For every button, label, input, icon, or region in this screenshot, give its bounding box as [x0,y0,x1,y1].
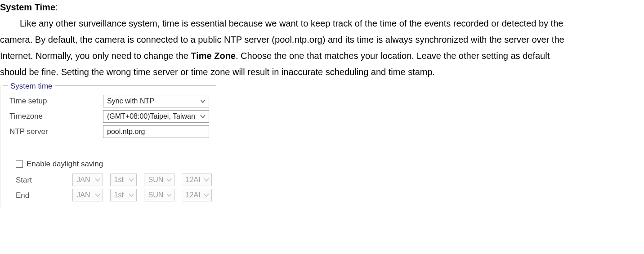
row-dst-end: End JAN 1st SUN 12AI [16,189,212,201]
select-value: 1st [114,189,124,201]
select-value: JAN [76,174,90,186]
select-time-setup[interactable]: Sync with NTP [103,95,209,107]
chevron-down-icon [128,192,134,198]
system-time-panel: System time Time setup Sync with NTP Tim… [0,85,216,207]
input-ntp-server[interactable]: pool.ntp.org [103,125,209,138]
select-value: 12AI [186,189,201,201]
chevron-down-icon [203,177,210,183]
row-time-setup: Time setup Sync with NTP [9,95,212,107]
label-timezone: Timezone [9,110,99,122]
paragraph-line-2: camera. By default, the camera is connec… [0,32,644,47]
label-ntp-server: NTP server [9,125,99,138]
paragraph-line-4: should be fine. Setting the wrong time s… [0,65,644,79]
paragraph-line-3: Internet. Normally, you only need to cha… [0,49,644,63]
bold-term: Time Zone [191,51,236,61]
row-timezone: Timezone (GMT+08:00)Taipei, Taiwan [9,110,212,123]
select-timezone[interactable]: (GMT+08:00)Taipei, Taiwan [103,110,209,123]
label-time-setup: Time setup [9,95,99,107]
select-dst-start-day[interactable]: SUN [144,174,174,186]
chevron-down-icon [200,113,206,120]
row-ntp-server: NTP server pool.ntp.org [9,125,212,138]
paragraph-line-1: Like any other surveillance system, time… [0,16,644,31]
select-dst-start-month[interactable]: JAN [72,174,103,186]
label-enable-dst: Enable daylight saving [27,158,103,170]
select-value: SUN [148,189,163,201]
select-dst-start-hour[interactable]: 12AI [182,174,212,186]
label-dst-end: End [16,189,65,201]
paragraph-text: . Choose the one that matches your locat… [236,51,550,61]
chevron-down-icon [128,177,134,183]
paragraph-text: Like any other surveillance system, time… [20,18,563,28]
section-heading: System Time [0,2,55,12]
heading-colon: : [55,2,58,12]
select-value: 1st [114,174,124,186]
select-dst-end-month[interactable]: JAN [72,189,103,201]
select-value: JAN [76,189,90,201]
chevron-down-icon [166,177,172,183]
select-dst-end-week[interactable]: 1st [110,189,137,201]
select-value: 12AI [186,174,201,186]
select-value: SUN [148,174,163,186]
row-dst-start: Start JAN 1st SUN 12AI [16,174,212,186]
input-ntp-server-value: pool.ntp.org [107,126,145,138]
row-enable-dst: Enable daylight saving [16,158,212,170]
checkbox-enable-dst[interactable] [16,160,23,168]
chevron-down-icon [94,192,101,198]
paragraph-text: Internet. Normally, you only need to cha… [0,51,191,61]
heading-line: System Time: [0,0,644,14]
paragraph-text: should be fine. Setting the wrong time s… [0,67,435,77]
fieldset-legend: System time [8,80,55,92]
chevron-down-icon [203,192,210,198]
chevron-down-icon [166,192,172,198]
select-time-setup-value: Sync with NTP [107,95,154,107]
select-dst-end-hour[interactable]: 12AI [182,189,212,201]
system-time-fieldset: System time Time setup Sync with NTP Tim… [3,85,216,207]
label-dst-start: Start [16,174,65,186]
select-dst-start-week[interactable]: 1st [110,174,137,186]
select-timezone-value: (GMT+08:00)Taipei, Taiwan [107,111,195,122]
chevron-down-icon [94,177,101,183]
paragraph-text: camera. By default, the camera is connec… [0,35,564,45]
chevron-down-icon [200,98,206,104]
select-dst-end-day[interactable]: SUN [144,189,174,201]
